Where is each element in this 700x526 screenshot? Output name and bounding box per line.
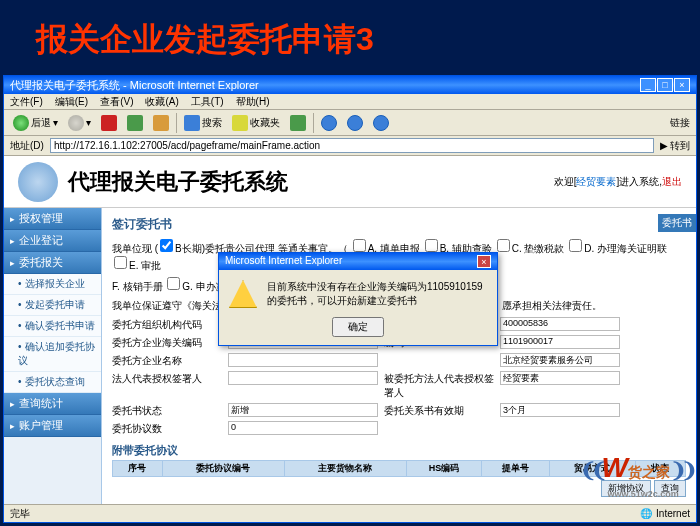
sidebar-sub-select[interactable]: 选择报关企业 [4,274,101,295]
minimize-button[interactable]: _ [640,78,656,92]
lbl-entname: 委托方企业名称 [112,353,222,369]
sidebar: 授权管理 企业登记 委托报关 选择报关企业 发起委托申请 确认委托书申请 确认追… [4,208,102,522]
ext-icon [373,115,389,131]
alert-dialog: Microsoft Internet Explorer × 目前系统中没有存在企… [218,252,498,346]
dialog-ok-button[interactable]: 确定 [332,317,384,337]
zone-text: Internet [656,508,690,519]
th-agrno: 委托协议编号 [162,461,284,477]
maximize-button[interactable]: □ [657,78,673,92]
th-seq: 序号 [113,461,163,477]
ext-icon [321,115,337,131]
app-title: 代理报关电子委托系统 [68,167,288,197]
menu-file[interactable]: 文件(F) [10,95,43,108]
val-r5: 3个月 [500,403,620,417]
chk-d[interactable] [569,239,582,252]
home-button[interactable] [150,114,172,132]
chk-e[interactable] [114,256,127,269]
watermark: ❨❨W货之家❩❩ www.51w2c.com [580,452,692,500]
val-status: 新增 [228,403,378,417]
statusbar: 完毕 🌐Internet [4,504,696,522]
sidebar-sub-apply[interactable]: 发起委托申请 [4,295,101,316]
slide-title: 报关企业发起委托申请3 [0,0,700,74]
warning-icon [229,280,257,308]
logout-link[interactable]: 退出 [662,176,682,187]
lbl-orgcode: 委托方组织机构代码 [112,317,222,333]
app-header: 代理报关电子委托系统 欢迎[经贸要素]进入系统,退出 [4,156,696,208]
lbl-r4: 被委托方法人代表授权签署人 [384,371,494,401]
favorites-button[interactable]: 收藏夹 [229,114,283,132]
tb-ext2[interactable] [344,114,366,132]
sidebar-register[interactable]: 企业登记 [4,230,101,252]
val-r1: 400005836 [500,317,620,331]
search-button[interactable]: 搜索 [181,114,225,132]
chk-g[interactable] [167,277,180,290]
stop-button[interactable] [98,114,120,132]
refresh-icon [127,115,143,131]
star-icon [232,115,248,131]
th-hs: HS编码 [406,461,481,477]
forward-button[interactable]: ▾ [65,114,94,132]
val-signer [228,371,378,385]
chk-c[interactable] [497,239,510,252]
logo-icon [18,162,58,202]
val-entname [228,353,378,367]
sidebar-sub-confirm[interactable]: 确认委托书申请 [4,316,101,337]
menu-edit[interactable]: 编辑(E) [55,95,88,108]
links-label: 链接 [670,116,690,130]
sidebar-entrust[interactable]: 委托报关 [4,252,101,274]
dialog-close-button[interactable]: × [477,255,491,268]
lbl-status: 委托书状态 [112,403,222,419]
tb-ext3[interactable] [370,114,392,132]
close-button[interactable]: × [674,78,690,92]
search-icon [184,115,200,131]
history-icon [290,115,306,131]
lbl-signer: 法人代表授权签署人 [112,371,222,401]
forward-icon [68,115,84,131]
menu-view[interactable]: 查看(V) [100,95,133,108]
sidebar-account[interactable]: 账户管理 [4,415,101,437]
sidebar-sub-append[interactable]: 确认追加委托协议 [4,337,101,372]
stop-icon [101,115,117,131]
globe-icon: 🌐 [640,508,652,519]
current-user: 经贸要素 [576,176,616,187]
refresh-button[interactable] [124,114,146,132]
back-icon [13,115,29,131]
menu-tools[interactable]: 工具(T) [191,95,224,108]
dialog-titlebar: Microsoft Internet Explorer × [219,253,497,270]
sidebar-auth[interactable]: 授权管理 [4,208,101,230]
toolbar: 后退 ▾ ▾ 搜索 收藏夹 链接 [4,110,696,136]
titlebar: 代理报关电子委托系统 - Microsoft Internet Explorer… [4,76,696,94]
chk-a[interactable] [353,239,366,252]
lbl-r3 [384,353,494,369]
history-button[interactable] [287,114,309,132]
back-button[interactable]: 后退 ▾ [10,114,61,132]
lbl-count: 委托协议数 [112,421,222,437]
val-count: 0 [228,421,378,435]
th-goods: 主要货物名称 [284,461,406,477]
val-r2: 1101900017 [500,335,620,349]
menu-fav[interactable]: 收藏(A) [145,95,178,108]
menubar: 文件(F) 编辑(E) 查看(V) 收藏(A) 工具(T) 帮助(H) [4,94,696,110]
window-title: 代理报关电子委托系统 - Microsoft Internet Explorer [10,78,259,93]
sidebar-sub-status[interactable]: 委托状态查询 [4,372,101,393]
addressbar: 地址(D) ▶ 转到 [4,136,696,156]
sidebar-query[interactable]: 查询统计 [4,393,101,415]
tab-entrust[interactable]: 委托书 [658,214,696,232]
dialog-title: Microsoft Internet Explorer [225,255,342,268]
ext-icon [347,115,363,131]
val-r3: 北京经贸要素服务公司 [500,353,620,367]
val-r4: 经贸要素 [500,371,620,385]
menu-help[interactable]: 帮助(H) [236,95,270,108]
address-input[interactable] [50,138,654,153]
lbl-r5: 委托关系书有效期 [384,403,494,419]
th-bill: 提单号 [481,461,549,477]
tb-ext1[interactable] [318,114,340,132]
address-label: 地址(D) [10,139,44,153]
welcome-text: 欢迎[经贸要素]进入系统,退出 [554,175,682,189]
status-text: 完毕 [10,507,30,521]
home-icon [153,115,169,131]
dialog-message: 目前系统中没有存在企业海关编码为1105910159的委托书，可以开始新建立委托… [267,280,487,308]
chk-b[interactable] [425,239,438,252]
chk-longterm[interactable] [160,239,173,252]
go-button[interactable]: ▶ 转到 [660,139,690,153]
